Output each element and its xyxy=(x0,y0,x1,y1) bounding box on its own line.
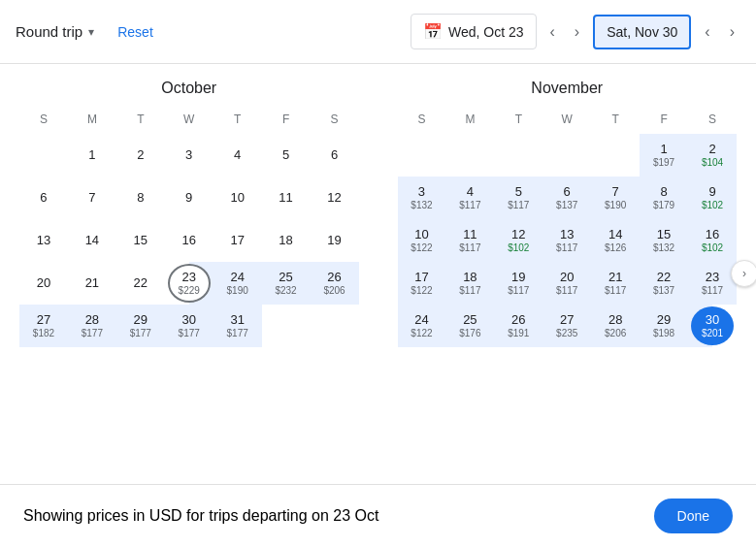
calendar-cell[interactable]: 22 xyxy=(116,262,165,305)
calendar-cell[interactable]: 1$197 xyxy=(640,134,688,177)
day-cell[interactable]: 9$102 xyxy=(691,178,734,217)
calendar-cell[interactable]: 9 xyxy=(165,177,214,219)
calendar-cell[interactable]: 23$117 xyxy=(688,262,737,305)
day-cell[interactable]: 6 xyxy=(22,178,65,217)
calendar-cell[interactable]: 6 xyxy=(311,134,359,177)
day-cell[interactable]: 9 xyxy=(168,178,211,217)
scroll-hint[interactable]: › xyxy=(731,260,756,287)
day-cell[interactable]: 23$117 xyxy=(691,264,734,303)
day-cell[interactable]: 24$190 xyxy=(216,264,259,303)
calendar-cell[interactable]: 13$117 xyxy=(542,219,591,262)
day-cell[interactable]: 17 xyxy=(216,221,259,260)
calendar-cell[interactable]: 20$117 xyxy=(542,262,591,305)
calendar-cell[interactable]: 7$190 xyxy=(591,177,640,219)
day-cell[interactable]: 18$117 xyxy=(448,264,491,303)
calendar-cell[interactable]: 25$232 xyxy=(262,262,311,305)
day-cell[interactable]: 15 xyxy=(119,221,162,260)
day-cell[interactable]: 27$235 xyxy=(545,306,588,345)
calendar-cell[interactable]: 8 xyxy=(116,177,165,219)
calendar-cell[interactable]: 14$126 xyxy=(591,219,640,262)
day-cell[interactable]: 15$132 xyxy=(642,221,685,260)
calendar-cell[interactable]: 21$117 xyxy=(591,262,640,305)
calendar-cell[interactable]: 5 xyxy=(262,134,311,177)
day-cell[interactable]: 29$177 xyxy=(119,306,162,345)
day-cell[interactable]: 4$117 xyxy=(448,178,491,217)
day-cell[interactable]: 21$117 xyxy=(594,264,637,303)
day-cell[interactable]: 8 xyxy=(119,178,162,217)
calendar-cell[interactable]: 3 xyxy=(165,134,214,177)
calendar-cell[interactable]: 13 xyxy=(19,219,68,262)
calendar-cell[interactable]: 27$182 xyxy=(19,305,68,347)
day-cell[interactable]: 6$137 xyxy=(545,178,588,217)
day-cell[interactable]: 25$232 xyxy=(265,264,308,303)
calendar-cell[interactable]: 18$117 xyxy=(445,262,494,305)
day-cell[interactable]: 18 xyxy=(265,221,308,260)
date2-prev-button[interactable]: ‹ xyxy=(699,19,715,45)
calendar-cell[interactable]: 14 xyxy=(68,219,116,262)
day-cell[interactable]: 19 xyxy=(313,221,356,260)
day-cell[interactable]: 23$229 xyxy=(168,264,211,303)
calendar-cell[interactable]: 22$137 xyxy=(640,262,688,305)
day-cell[interactable]: 20 xyxy=(22,264,65,303)
day-cell[interactable]: 30$177 xyxy=(168,306,211,345)
day-cell[interactable]: 6 xyxy=(313,136,356,175)
calendar-cell[interactable]: 17 xyxy=(214,219,262,262)
calendar-cell[interactable]: 30$201 xyxy=(688,305,737,347)
calendar-cell[interactable]: 20 xyxy=(19,262,68,305)
calendar-cell[interactable]: 28$206 xyxy=(591,305,640,347)
day-cell[interactable]: 11 xyxy=(265,178,308,217)
calendar-cell[interactable]: 10$122 xyxy=(398,219,446,262)
day-cell[interactable]: 1 xyxy=(71,136,114,175)
day-cell[interactable]: 5 xyxy=(265,136,308,175)
calendar-cell[interactable]: 18 xyxy=(262,219,311,262)
day-cell[interactable]: 30$201 xyxy=(691,306,734,345)
date2-box[interactable]: Sat, Nov 30 xyxy=(593,15,691,49)
calendar-cell[interactable]: 3$132 xyxy=(398,177,446,219)
calendar-cell[interactable]: 6$137 xyxy=(542,177,591,219)
calendar-cell[interactable]: 15 xyxy=(116,219,165,262)
calendar-cell[interactable]: 16$102 xyxy=(688,219,737,262)
day-cell[interactable]: 8$179 xyxy=(642,178,685,217)
day-cell[interactable]: 28$206 xyxy=(594,306,637,345)
day-cell[interactable]: 10$122 xyxy=(400,221,443,260)
calendar-cell[interactable]: 1 xyxy=(68,134,116,177)
day-cell[interactable]: 12$102 xyxy=(497,221,540,260)
day-cell[interactable]: 22 xyxy=(119,264,162,303)
calendar-cell[interactable]: 11$117 xyxy=(445,219,494,262)
calendar-cell[interactable]: 17$122 xyxy=(398,262,446,305)
day-cell[interactable]: 26$206 xyxy=(313,264,356,303)
calendar-cell[interactable]: 25$176 xyxy=(445,305,494,347)
calendar-cell[interactable]: 11 xyxy=(262,177,311,219)
day-cell[interactable]: 26$191 xyxy=(497,306,540,345)
calendar-cell[interactable]: 29$177 xyxy=(116,305,165,347)
calendar-cell[interactable]: 28$177 xyxy=(68,305,116,347)
day-cell[interactable]: 2$104 xyxy=(691,136,734,175)
day-cell[interactable]: 14 xyxy=(71,221,114,260)
day-cell[interactable]: 5$117 xyxy=(497,178,540,217)
day-cell[interactable]: 7 xyxy=(71,178,114,217)
calendar-cell[interactable]: 27$235 xyxy=(542,305,591,347)
calendar-cell[interactable]: 24$122 xyxy=(398,305,446,347)
day-cell[interactable]: 25$176 xyxy=(448,306,491,345)
done-button[interactable]: Done xyxy=(654,499,733,533)
calendar-cell[interactable]: 29$198 xyxy=(640,305,688,347)
day-cell[interactable]: 17$122 xyxy=(400,264,443,303)
day-cell[interactable]: 29$198 xyxy=(642,306,685,345)
calendar-cell[interactable]: 19 xyxy=(311,219,359,262)
reset-button[interactable]: Reset xyxy=(117,24,153,40)
day-cell[interactable]: 2 xyxy=(119,136,162,175)
day-cell[interactable]: 16$102 xyxy=(691,221,734,260)
calendar-cell[interactable]: 9$102 xyxy=(688,177,737,219)
calendar-cell[interactable]: 15$132 xyxy=(640,219,688,262)
day-cell[interactable]: 31$177 xyxy=(216,306,259,345)
day-cell[interactable]: 10 xyxy=(216,178,259,217)
calendar-cell[interactable]: 4 xyxy=(214,134,262,177)
day-cell[interactable]: 24$122 xyxy=(400,306,443,345)
calendar-cell[interactable]: 2 xyxy=(116,134,165,177)
day-cell[interactable]: 7$190 xyxy=(594,178,637,217)
day-cell[interactable]: 4 xyxy=(216,136,259,175)
calendar-cell[interactable]: 5$117 xyxy=(494,177,542,219)
calendar-cell[interactable]: 12$102 xyxy=(494,219,542,262)
calendar-cell[interactable]: 30$177 xyxy=(165,305,214,347)
day-cell[interactable]: 3 xyxy=(168,136,211,175)
